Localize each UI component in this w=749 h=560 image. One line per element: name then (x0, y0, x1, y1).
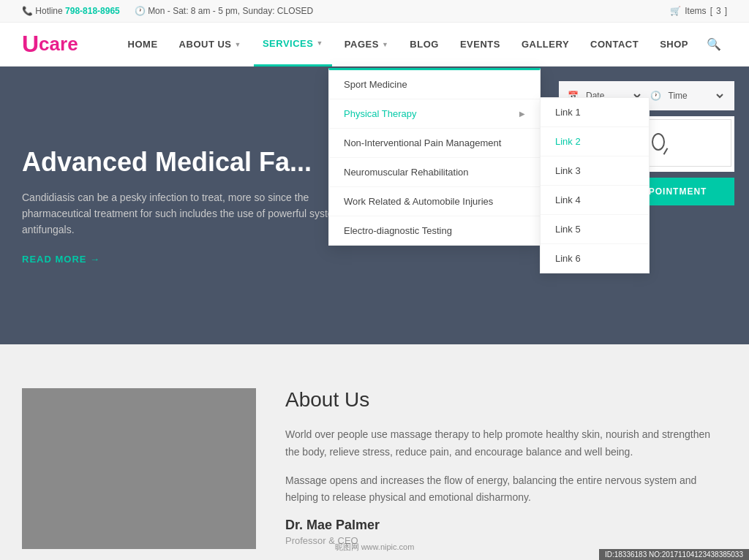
about-para2: Massage opens and increases the flow of … (285, 472, 727, 507)
submenu-link-5[interactable]: Link 5 (541, 215, 649, 244)
person-name: Dr. Mae Palmer (285, 518, 727, 533)
about-image (22, 388, 256, 549)
services-dropdown: Sport Medicine Physical Therapy ▶ Link 1… (328, 68, 541, 246)
about-arrow: ▼ (235, 41, 241, 48)
nav-home[interactable]: HOME (119, 23, 167, 67)
dropdown-electro[interactable]: Electro-diagnostic Testing (329, 216, 540, 245)
main-nav: Ucare HOME ABOUT US ▼ SERVICES ▼ PAGES ▼… (0, 23, 749, 67)
non-interventional-label: Non-Interventional Pain Management (344, 137, 501, 148)
neuromuscular-label: Neuromuscular Rehabilitation (344, 167, 469, 178)
search-icon[interactable]: 🔍 (701, 37, 727, 51)
hero-description: Candidiasis can be a pesky infection to … (22, 189, 358, 238)
link-4-label: Link 4 (555, 194, 581, 205)
hero-content: Advanced Medical Fa... Candidiasis can b… (22, 146, 358, 264)
hero-title: Advanced Medical Fa... (22, 146, 358, 178)
logo[interactable]: Ucare (22, 31, 78, 58)
link-6-label: Link 6 (555, 253, 581, 264)
submenu-link-2[interactable]: Link 2 (541, 127, 649, 156)
logo-care: care (39, 33, 78, 56)
nav-contact[interactable]: CONTACT (581, 23, 647, 67)
submenu-link-3[interactable]: Link 3 (541, 156, 649, 186)
about-section: About Us World over people use massage t… (0, 344, 749, 560)
top-bar-left: 📞 Hotline 798-818-8965 🕐 Mon - Sat: 8 am… (22, 6, 313, 16)
cart-count: 3 (716, 6, 721, 16)
nav-pages[interactable]: PAGES ▼ (336, 23, 397, 67)
top-bar: 📞 Hotline 798-818-8965 🕐 Mon - Sat: 8 am… (0, 0, 749, 23)
pages-arrow: ▼ (382, 41, 388, 48)
hours-text: Mon - Sat: 8 am - 5 pm, Sunday: CLOSED (148, 6, 313, 16)
link-1-label: Link 1 (555, 107, 581, 118)
submenu-link-4[interactable]: Link 4 (541, 186, 649, 215)
id-bar: ID:18336183 NO:20171104123438385033 (599, 549, 749, 560)
about-title: About Us (285, 388, 727, 412)
dropdown-work-related[interactable]: Work Related & Automobile Injuries (329, 187, 540, 216)
submenu-link-1[interactable]: Link 1 (541, 98, 649, 127)
link-2-label: Link 2 (555, 136, 581, 147)
physical-therapy-label: Physical Therapy (344, 108, 416, 119)
submenu-link-6[interactable]: Link 6 (541, 244, 649, 273)
hotline-info: 📞 Hotline 798-818-8965 (22, 6, 120, 16)
hours-info: 🕐 Mon - Sat: 8 am - 5 pm, Sunday: CLOSED (135, 6, 313, 16)
top-bar-right: 🛒 Items [3] (670, 6, 727, 16)
electro-label: Electro-diagnostic Testing (344, 225, 452, 236)
dropdown-sport-medicine[interactable]: Sport Medicine (329, 70, 540, 99)
nav-links: HOME ABOUT US ▼ SERVICES ▼ PAGES ▼ BLOG … (119, 23, 727, 67)
nav-blog[interactable]: BLOG (401, 23, 448, 67)
dropdown-non-interventional[interactable]: Non-Interventional Pain Management (329, 129, 540, 158)
cart-icon[interactable]: 🛒 (670, 6, 681, 16)
nav-gallery[interactable]: GALLERY (513, 23, 578, 67)
physical-therapy-arrow: ▶ (519, 110, 525, 118)
logo-u: U (22, 31, 39, 58)
time-label: Time (669, 91, 688, 101)
link-3-label: Link 3 (555, 165, 581, 176)
phone-number[interactable]: 798-818-8965 (65, 6, 120, 16)
dropdown-neuromuscular[interactable]: Neuromuscular Rehabilitation (329, 158, 540, 187)
time-select[interactable] (695, 90, 726, 102)
link-5-label: Link 5 (555, 224, 581, 235)
nav-shop[interactable]: SHOP (651, 23, 697, 67)
services-arrow: ▼ (316, 39, 323, 47)
cart-label: Items (685, 6, 706, 16)
nav-services[interactable]: SERVICES ▼ (254, 23, 332, 67)
nav-events[interactable]: EVENTS (451, 23, 509, 67)
hotline-label: Hotline (35, 6, 62, 16)
sport-medicine-label: Sport Medicine (344, 79, 407, 90)
person-title: Professor & CEO (285, 535, 727, 546)
cursor-pointer (652, 133, 665, 151)
read-more-link[interactable]: READ MORE → (22, 254, 100, 265)
nav-about[interactable]: ABOUT US ▼ (170, 23, 250, 67)
about-content: About Us World over people use massage t… (285, 388, 727, 546)
physical-therapy-submenu: Link 1 Link 2 Link 3 Link 4 Link 5 Link … (540, 97, 650, 273)
clock-icon: 🕐 (650, 91, 661, 101)
about-para1: World over people use massage therapy to… (285, 426, 727, 461)
work-related-label: Work Related & Automobile Injuries (344, 196, 493, 207)
dropdown-physical-therapy[interactable]: Physical Therapy ▶ Link 1 Link 2 Link 3 … (329, 99, 540, 129)
